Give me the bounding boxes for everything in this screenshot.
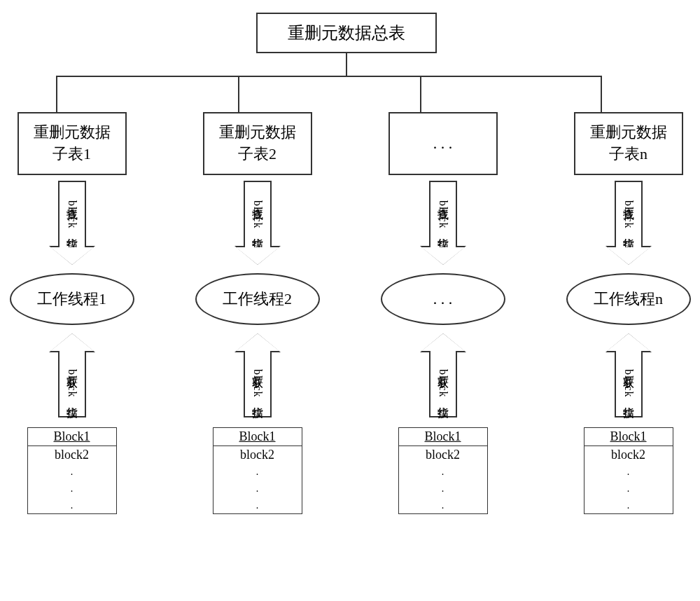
arrow-label: 查找block指纹 bbox=[64, 199, 79, 230]
worker-thread-ellipse: 工作线程2 bbox=[195, 273, 320, 325]
arrow-body: 查找block指纹 bbox=[429, 181, 457, 247]
arrow-label: 查找block指纹 bbox=[621, 199, 636, 230]
worker-thread-ellipse: . . . bbox=[381, 273, 505, 325]
arrow-label: 获取block指纹 bbox=[64, 368, 79, 399]
arrow-head-icon bbox=[421, 247, 465, 265]
block-cell: block2 bbox=[27, 445, 117, 464]
sub-table-box: 重删元数据 子表n bbox=[574, 112, 683, 175]
block-cell-dot: . bbox=[27, 497, 117, 514]
column-1: 重删元数据 子表1 查找block指纹 工作线程1 获取block指纹 Bloc… bbox=[0, 112, 153, 514]
sub-table-label: 重删元数据 子表n bbox=[590, 122, 667, 165]
column-n: 重删元数据 子表n 查找block指纹 工作线程n 获取block指纹 Bloc… bbox=[548, 112, 701, 514]
arrow-head-icon bbox=[607, 333, 650, 351]
worker-thread-label: 工作线程n bbox=[594, 289, 663, 310]
block-cell: Block1 bbox=[584, 427, 673, 445]
block-table: Block1 block2 . . . bbox=[213, 427, 302, 514]
connector-vertical-main bbox=[346, 53, 347, 77]
sub-table-ellipsis-box: . . . bbox=[388, 112, 498, 175]
arrow-head-icon bbox=[50, 333, 94, 351]
arrow-label: 获取block指纹 bbox=[621, 368, 636, 399]
arrow-label: 获取block指纹 bbox=[435, 368, 450, 399]
sub-table-box: 重删元数据 子表1 bbox=[18, 112, 127, 175]
arrow-find-fingerprint: 查找block指纹 bbox=[421, 181, 465, 265]
arrow-get-fingerprint: 获取block指纹 bbox=[236, 333, 279, 417]
connector-horizontal bbox=[56, 76, 602, 77]
arrow-body: 获取block指纹 bbox=[429, 351, 457, 417]
arrow-body: 查找block指纹 bbox=[615, 181, 643, 247]
block-table: Block1 block2 . . . bbox=[27, 427, 117, 514]
arrow-label: 查找block指纹 bbox=[250, 199, 265, 230]
arrow-body: 获取block指纹 bbox=[615, 351, 643, 417]
arrow-body: 获取block指纹 bbox=[58, 351, 86, 417]
column-2: 重删元数据 子表2 查找block指纹 工作线程2 获取block指纹 Bloc… bbox=[177, 112, 338, 514]
diagram-container: 重删元数据总表 重删元数据 子表1 查找block指纹 工作线程1 bbox=[0, 0, 700, 601]
block-cell: Block1 bbox=[398, 427, 488, 445]
arrow-label: 获取block指纹 bbox=[250, 368, 265, 399]
worker-thread-label: 工作线程1 bbox=[37, 289, 106, 310]
arrow-label: 查找block指纹 bbox=[435, 199, 450, 230]
block-cell-dot: . bbox=[398, 464, 488, 481]
arrow-body: 查找block指纹 bbox=[244, 181, 272, 247]
arrow-get-fingerprint: 获取block指纹 bbox=[50, 333, 94, 417]
connector-drop-2 bbox=[238, 76, 239, 113]
block-cell-dot: . bbox=[584, 481, 673, 497]
sub-table-label: 重删元数据 子表2 bbox=[219, 122, 296, 165]
worker-thread-ellipse: 工作线程1 bbox=[10, 273, 134, 325]
arrow-body: 获取block指纹 bbox=[244, 351, 272, 417]
block-cell-dot: . bbox=[398, 481, 488, 497]
arrow-head-icon bbox=[421, 333, 465, 351]
top-master-table-box: 重删元数据总表 bbox=[256, 13, 437, 53]
block-cell-dot: . bbox=[398, 497, 488, 514]
sub-table-box: 重删元数据 子表2 bbox=[203, 112, 312, 175]
block-cell-dot: . bbox=[213, 481, 302, 497]
arrow-get-fingerprint: 获取block指纹 bbox=[607, 333, 650, 417]
column-ellipsis: . . . 查找block指纹 . . . 获取block指纹 Block1 b… bbox=[363, 112, 524, 514]
block-cell: block2 bbox=[584, 445, 673, 464]
arrow-get-fingerprint: 获取block指纹 bbox=[421, 333, 465, 417]
worker-thread-label: 工作线程2 bbox=[223, 289, 292, 310]
arrow-body: 查找block指纹 bbox=[58, 181, 86, 247]
arrow-find-fingerprint: 查找block指纹 bbox=[50, 181, 94, 265]
block-table: Block1 block2 . . . bbox=[398, 427, 488, 514]
arrow-head-icon bbox=[236, 247, 279, 265]
block-cell-dot: . bbox=[584, 497, 673, 514]
columns-row: 重删元数据 子表1 查找block指纹 工作线程1 获取block指纹 Bloc… bbox=[0, 112, 700, 514]
block-cell: block2 bbox=[213, 445, 302, 464]
ellipsis-label: . . . bbox=[433, 290, 453, 308]
connector-drop-1 bbox=[56, 76, 57, 113]
block-cell-dot: . bbox=[213, 464, 302, 481]
connector-drop-4 bbox=[601, 76, 602, 113]
block-cell-dot: . bbox=[213, 497, 302, 514]
sub-table-label: 重删元数据 子表1 bbox=[34, 122, 111, 165]
block-cell-dot: . bbox=[27, 481, 117, 497]
arrow-head-icon bbox=[607, 247, 650, 265]
ellipsis-label: . . . bbox=[433, 134, 453, 153]
connector-drop-3 bbox=[420, 76, 421, 113]
arrow-head-icon bbox=[236, 333, 279, 351]
worker-thread-ellipse: 工作线程n bbox=[566, 273, 691, 325]
arrow-find-fingerprint: 查找block指纹 bbox=[236, 181, 279, 265]
arrow-find-fingerprint: 查找block指纹 bbox=[607, 181, 650, 265]
block-cell: Block1 bbox=[27, 427, 117, 445]
block-table: Block1 block2 . . . bbox=[584, 427, 673, 514]
arrow-head-icon bbox=[50, 247, 94, 265]
block-cell-dot: . bbox=[27, 464, 117, 481]
block-cell: block2 bbox=[398, 445, 488, 464]
block-cell: Block1 bbox=[213, 427, 302, 445]
block-cell-dot: . bbox=[584, 464, 673, 481]
